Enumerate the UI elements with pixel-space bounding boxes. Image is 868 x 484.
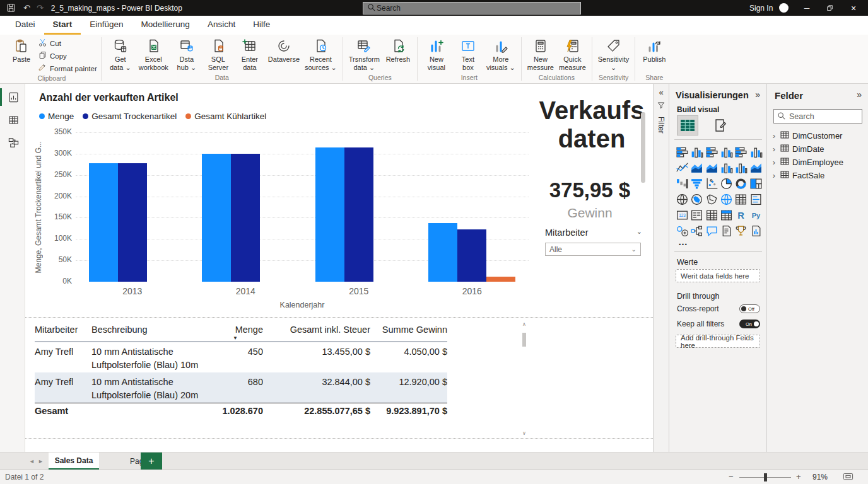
ribbon-button-text-box[interactable]: Textbox bbox=[453, 37, 483, 72]
paginated-report-icon[interactable] bbox=[748, 223, 763, 239]
table-header-summe-gewinn[interactable]: Summe Gewinn bbox=[370, 320, 447, 342]
scroll-down-icon[interactable]: ∨ bbox=[521, 430, 527, 436]
legend-item-gesamt-trockenartikel[interactable]: Gesamt Trockenartikel bbox=[83, 112, 177, 121]
close-button[interactable]: × bbox=[843, 0, 864, 16]
100-stacked-column-chart-icon[interactable] bbox=[719, 144, 734, 160]
redo-icon[interactable]: ↷ bbox=[37, 3, 44, 13]
ribbon-button-enter-data[interactable]: Enterdata bbox=[235, 37, 265, 72]
sign-in-area[interactable]: Sign In bbox=[749, 0, 789, 16]
ribbon-button-excel-workbook[interactable]: Excelworkbook bbox=[137, 37, 170, 72]
waterfall-chart-icon[interactable] bbox=[675, 176, 689, 192]
ribbon-button-trsnsform-data[interactable]: Trsnsformdata ⌄ bbox=[347, 37, 382, 72]
field-table-dimemployee[interactable]: ›DimEmployee bbox=[771, 156, 865, 169]
report-view-icon[interactable] bbox=[6, 90, 20, 104]
ribbon-button-publish[interactable]: Publish bbox=[639, 37, 669, 64]
matrix-preview-icon[interactable] bbox=[734, 192, 748, 207]
area-chart-icon[interactable] bbox=[689, 160, 704, 176]
qa-visual-icon[interactable] bbox=[705, 223, 719, 239]
clustered-bar-chart-icon[interactable] bbox=[734, 144, 748, 160]
table-cell[interactable]: 680 bbox=[218, 372, 263, 403]
scroll-up-icon[interactable]: ∧ bbox=[521, 321, 527, 327]
field-table-dimdate[interactable]: ›DimDate bbox=[771, 142, 865, 156]
page-tab-sales-data[interactable]: Sales Data bbox=[49, 452, 99, 470]
format-visual-icon[interactable] bbox=[711, 117, 729, 134]
decomposition-tree-icon[interactable] bbox=[689, 223, 704, 239]
table-scrollbar-thumb[interactable] bbox=[522, 333, 526, 347]
table-header-mitarbeiter[interactable]: Mitarbeiter bbox=[35, 320, 91, 342]
expand-pane-icon[interactable]: « bbox=[654, 88, 669, 97]
menu-einf-gen[interactable]: Einfügen bbox=[81, 16, 132, 35]
field-table-factsale[interactable]: ›FactSale bbox=[771, 169, 865, 182]
table-cell[interactable]: 10 mm Antistatische Luftpolsterfolie (Bl… bbox=[91, 342, 218, 372]
expand-icon[interactable]: › bbox=[771, 171, 777, 180]
table-cell[interactable]: Amy Trefl bbox=[35, 372, 91, 403]
ribbon-button-copy[interactable]: Copy bbox=[38, 50, 97, 61]
table-cell[interactable]: 12.920,00 $ bbox=[370, 372, 447, 403]
table-cell[interactable]: Amy Trefl bbox=[35, 342, 91, 372]
map-icon[interactable] bbox=[675, 192, 689, 207]
global-search-input[interactable] bbox=[375, 3, 577, 13]
table-scrollbar[interactable]: ∧ ∨ bbox=[521, 321, 527, 436]
more-options-icon[interactable]: … bbox=[678, 236, 688, 247]
donut-chart-icon[interactable] bbox=[734, 176, 748, 192]
fields-search-box[interactable] bbox=[773, 109, 862, 124]
funnel-chart-icon[interactable] bbox=[689, 176, 704, 192]
stacked-bar-chart-icon[interactable] bbox=[675, 144, 689, 160]
global-search-box[interactable] bbox=[363, 2, 581, 14]
filled-map-icon[interactable] bbox=[689, 192, 704, 207]
line-and-clustered-column-chart-icon[interactable] bbox=[734, 160, 748, 176]
table-icon[interactable] bbox=[705, 207, 719, 223]
ribbon-button-refresh[interactable]: Refresh bbox=[383, 37, 413, 64]
avatar[interactable] bbox=[779, 3, 789, 13]
scatter-chart-icon[interactable] bbox=[705, 176, 719, 192]
zoom-slider-thumb[interactable] bbox=[764, 473, 767, 481]
table-cell[interactable]: 450 bbox=[218, 342, 263, 372]
treemap-icon[interactable] bbox=[748, 176, 763, 192]
zoom-out-button[interactable]: − bbox=[729, 472, 734, 481]
bar-menge-2015[interactable] bbox=[315, 147, 344, 282]
table-cell[interactable]: 32.844,00 $ bbox=[263, 372, 370, 403]
bar-gesamt-trockenartikel-2014[interactable] bbox=[231, 154, 260, 282]
matrix-icon[interactable] bbox=[719, 207, 734, 223]
ribbon-button-new-messure[interactable]: Newmessure bbox=[525, 37, 556, 72]
bar-gesamt-trockenartikel-2013[interactable] bbox=[118, 163, 147, 282]
fit-to-page-icon[interactable] bbox=[843, 472, 853, 483]
ribbon-button-paste[interactable]: Paste bbox=[6, 37, 37, 64]
ribbon-button-recent-sources[interactable]: Recentsources ⌄ bbox=[303, 37, 339, 72]
zoom-in-button[interactable]: + bbox=[796, 472, 801, 481]
table-cell[interactable]: 10 mm Antistatische Luftpolsterfolie (Bl… bbox=[91, 372, 218, 403]
bar-menge-2016[interactable] bbox=[428, 223, 457, 282]
menu-datei[interactable]: Datei bbox=[6, 16, 44, 35]
menu-start[interactable]: Start bbox=[44, 16, 81, 35]
bar-gesamt-trockenartikel-2015[interactable] bbox=[344, 147, 373, 282]
menu-ansicht[interactable]: Ansicht bbox=[199, 16, 244, 35]
canvas-scrollbar-thumb[interactable] bbox=[641, 112, 645, 183]
slicer-header[interactable]: Mitarbeiter ⌄ bbox=[545, 228, 642, 238]
cross-report-toggle[interactable]: Off bbox=[739, 304, 760, 313]
table-header-menge[interactable]: Menge▼ bbox=[218, 320, 263, 342]
new-page-button[interactable]: + bbox=[141, 452, 162, 470]
chevron-down-icon[interactable]: ⌄ bbox=[636, 228, 642, 238]
bar-menge-2014[interactable] bbox=[202, 154, 231, 282]
ribbon-button-format-painter[interactable]: Format painter bbox=[38, 63, 97, 74]
ribbon-button-dsta-hub[interactable]: Dstahub ⌄ bbox=[172, 37, 202, 72]
ribbon-button-cut[interactable]: Cut bbox=[38, 38, 97, 49]
next-page-icon[interactable]: ► bbox=[38, 452, 44, 470]
menu-modellierung[interactable]: Modellierung bbox=[132, 16, 199, 35]
keep-filters-toggle[interactable]: On bbox=[739, 320, 760, 328]
table-header-gesamt-inkl-steuer[interactable]: Gesamt inkl. Steuer bbox=[263, 320, 370, 342]
expand-icon[interactable]: › bbox=[771, 131, 777, 141]
pie-chart-icon[interactable] bbox=[719, 176, 734, 192]
ribbon-button-quick-measure[interactable]: Quickmeasure bbox=[557, 37, 588, 72]
legend-item-gesamt-k-hlartikel[interactable]: Gesamt Kühlartikel bbox=[185, 112, 266, 121]
field-table-dimcustomer[interactable]: ›DimCustomer bbox=[771, 129, 865, 142]
line-chart-icon[interactable] bbox=[675, 160, 689, 176]
drill-through-field-well[interactable]: Add drill-through Feids here bbox=[676, 335, 760, 348]
minimize-button[interactable]: ─ bbox=[796, 0, 818, 16]
expand-icon[interactable]: › bbox=[771, 158, 777, 167]
ribbon-chart-icon[interactable] bbox=[748, 160, 763, 176]
table-cell[interactable]: 4.050,00 $ bbox=[370, 342, 447, 372]
ribbon-button-more-visuals[interactable]: Morevisuals ⌄ bbox=[484, 37, 517, 72]
undo-icon[interactable]: ↶ bbox=[23, 3, 30, 13]
metrics-icon[interactable] bbox=[734, 223, 748, 239]
